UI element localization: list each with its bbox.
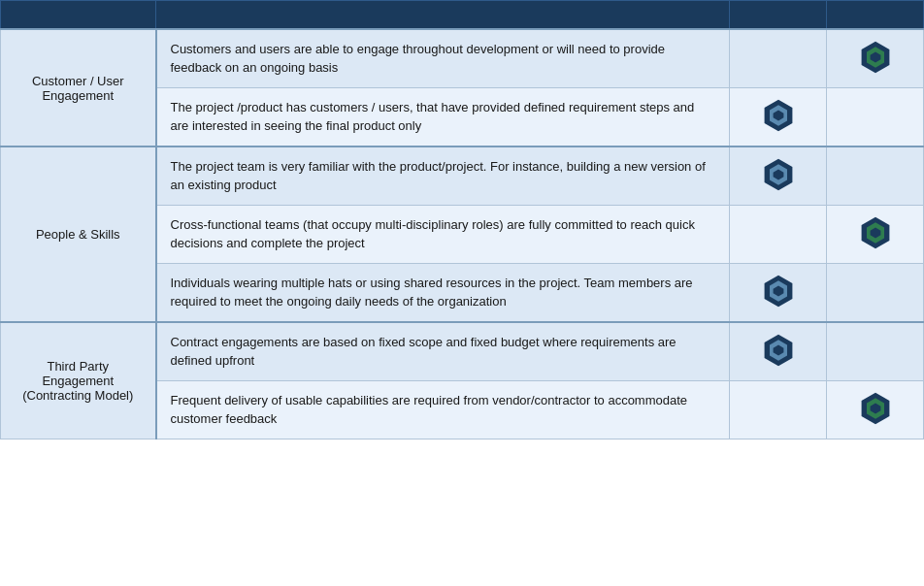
scenario-cell: Frequent delivery of usable capabilities… (156, 381, 730, 440)
scenario-cell: Customers and users are able to engage t… (156, 29, 730, 88)
waterfall-cell (730, 264, 827, 323)
scenario-cell: The project team is very familiar with t… (156, 146, 730, 206)
waterfall-icon (761, 157, 796, 192)
agile-cell (827, 29, 924, 88)
factor-cell: Third PartyEngagement(Contracting Model) (1, 322, 156, 440)
agile-icon (858, 40, 893, 75)
scenario-cell: Contract engagements are based on fixed … (156, 322, 730, 381)
factor-cell: People & Skills (1, 146, 156, 322)
waterfall-cell (730, 88, 827, 147)
waterfall-cell (730, 381, 827, 440)
waterfall-cell (730, 29, 827, 88)
factor-cell: Customer / UserEngagement (1, 29, 156, 146)
waterfall-icon (761, 98, 796, 133)
waterfall-icon (761, 274, 796, 309)
header-waterfall (730, 1, 827, 30)
scenario-cell: Cross-functional teams (that occupy mult… (156, 206, 730, 264)
agile-icon (858, 391, 893, 426)
agile-icon (858, 215, 893, 250)
agile-cell (827, 264, 924, 323)
agile-cell (827, 206, 924, 264)
agile-cell (827, 146, 924, 206)
header-important-factors (1, 1, 156, 30)
scenario-cell: Individuals wearing multiple hats or usi… (156, 264, 730, 323)
waterfall-icon (761, 333, 796, 368)
scenario-cell: The project /product has customers / use… (156, 88, 730, 147)
agile-cell (827, 322, 924, 381)
agile-cell (827, 381, 924, 440)
header-agile (827, 1, 924, 30)
waterfall-cell (730, 146, 827, 206)
header-environment-scenario (156, 1, 730, 30)
waterfall-cell (730, 322, 827, 381)
agile-cell (827, 88, 924, 147)
waterfall-cell (730, 206, 827, 264)
